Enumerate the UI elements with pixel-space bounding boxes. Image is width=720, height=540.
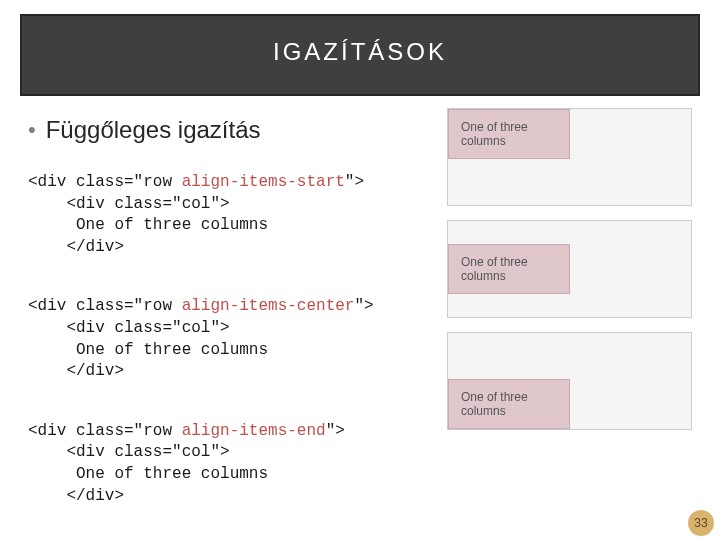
code-highlight: align-items-center	[182, 297, 355, 315]
content-area: • Függőleges igazítás <div class="row al…	[28, 116, 692, 507]
demo-panels: One of three columns One of three column…	[447, 108, 692, 430]
demo-row-end: One of three columns	[447, 332, 692, 430]
code-text: One of three columns	[28, 341, 268, 359]
bullet-text: Függőleges igazítás	[46, 116, 261, 144]
code-text: <div class="row	[28, 173, 182, 191]
demo-col-label: One of three columns	[461, 255, 528, 283]
code-text: One of three columns	[28, 465, 268, 483]
demo-row-center: One of three columns	[447, 220, 692, 318]
code-text: <div class="col">	[28, 195, 230, 213]
bullet-dot-icon: •	[28, 119, 36, 141]
slide-title-box: IGAZÍTÁSOK	[20, 14, 700, 96]
demo-col-label: One of three columns	[461, 390, 528, 418]
page-number-text: 33	[694, 516, 707, 530]
code-text: ">	[354, 297, 373, 315]
code-text: <div class="col">	[28, 319, 230, 337]
code-text: One of three columns	[28, 216, 268, 234]
code-text: </div>	[28, 487, 124, 505]
demo-col: One of three columns	[448, 109, 570, 159]
page-number: 33	[688, 510, 714, 536]
demo-col: One of three columns	[448, 244, 570, 294]
code-text: ">	[345, 173, 364, 191]
code-text: </div>	[28, 238, 124, 256]
demo-row-start: One of three columns	[447, 108, 692, 206]
code-text: </div>	[28, 362, 124, 380]
code-highlight: align-items-end	[182, 422, 326, 440]
slide-title: IGAZÍTÁSOK	[273, 38, 447, 65]
code-highlight: align-items-start	[182, 173, 345, 191]
demo-col: One of three columns	[448, 379, 570, 429]
code-block-end: <div class="row align-items-end"> <div c…	[28, 421, 692, 507]
code-text: <div class="row	[28, 422, 182, 440]
code-text: <div class="col">	[28, 443, 230, 461]
demo-col-label: One of three columns	[461, 120, 528, 148]
code-text: <div class="row	[28, 297, 182, 315]
code-text: ">	[326, 422, 345, 440]
